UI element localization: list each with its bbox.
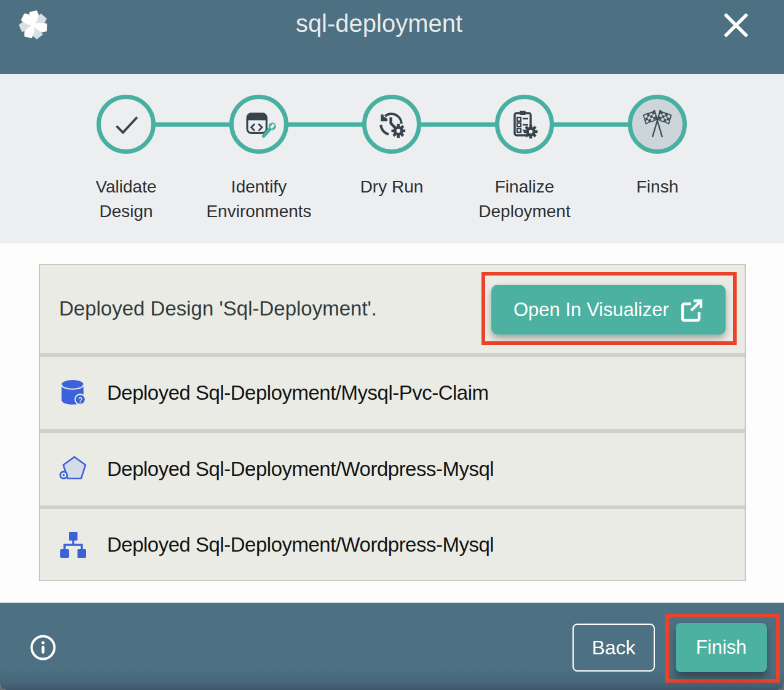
svg-text:?: ? bbox=[78, 396, 82, 405]
